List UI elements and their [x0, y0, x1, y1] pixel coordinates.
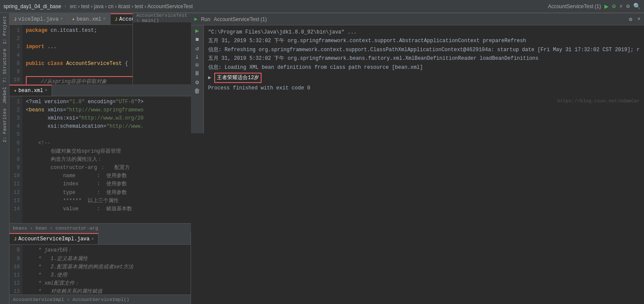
- run-stop-icon[interactable]: ■: [195, 36, 199, 43]
- java-icon: J: [14, 236, 17, 242]
- tab-label: viceImpl.java: [18, 16, 59, 22]
- run-output-line-5: 信息: Loading XML bean definitions from cl…: [208, 63, 640, 72]
- run-button[interactable]: ▶: [604, 2, 609, 11]
- xml-icon: ✦: [14, 88, 17, 93]
- tab-label: AccountServiceTest.java: [119, 16, 133, 22]
- left-sidebar: 1: Project 7: Structure JRebel 2: Favori…: [0, 13, 9, 304]
- run-rerun-icon[interactable]: ↺: [195, 45, 199, 52]
- run-output-line-3: 信息: Refreshing org.springframework.conte…: [208, 46, 640, 54]
- run-output-line-1: "C:\Program Files\Java\jdk1.8.0_92\bin\j…: [208, 28, 640, 37]
- title-path: src › test › java › cn › itcast › test ›…: [70, 3, 193, 9]
- run-config-label: AccountServiceTest (1): [548, 3, 601, 9]
- left-tab-bar: J viceImpl.java × ✦ bean.xml × J Account…: [9, 13, 132, 25]
- line-numbers-left: 1234891011121314151617: [9, 25, 22, 84]
- left-code-scroll[interactable]: 1234891011121314151617 package cn.itcast…: [9, 25, 132, 84]
- tab-viceimpl[interactable]: J viceImpl.java ×: [9, 13, 68, 25]
- right-tab-bar: J AccountServiceImpl.java ×: [9, 233, 191, 245]
- tab-label: bean.xml: [77, 16, 102, 22]
- editor-area: J viceImpl.java × ✦ bean.xml × J Account…: [9, 13, 191, 84]
- breadcrumb-text: AccountServiceTest › main(): [136, 13, 188, 23]
- close-icon[interactable]: ×: [103, 17, 105, 21]
- search-everywhere-icon[interactable]: 🔍: [633, 3, 641, 10]
- middle-code-content: <?xml version="1.0" encoding="UTF-8"?> <…: [22, 96, 191, 224]
- breadcrumb-text: AccountServiceImpl › AccountServiceImpl(…: [13, 297, 129, 302]
- main-layout: 1: Project 7: Structure JRebel 2: Favori…: [0, 13, 644, 304]
- tab-accountservicetest[interactable]: J AccountServiceTest.java ×: [111, 13, 133, 25]
- run-output-highlight: ▶ 王者荣耀适合12岁: [208, 73, 640, 83]
- debug-button[interactable]: ⚙: [612, 3, 616, 10]
- middle-tab-bar: ✦ bean.xml ×: [9, 84, 191, 96]
- center-content: J viceImpl.java × ✦ bean.xml × J Account…: [9, 13, 191, 304]
- right-editor-pane: J AccountServiceImpl.java × 891011121314…: [9, 233, 191, 304]
- title-bar-right: AccountServiceTest (1) ▶ ⚙ ⚡ ⊙ 🔍: [548, 2, 641, 11]
- run-output-line-2: 五月 31, 2019 5:32:02 下午 org.springframewo…: [208, 37, 640, 45]
- run-pause-icon[interactable]: ⏸: [194, 70, 200, 77]
- middle-code-area: 1234567891011121314 <?xml version="1.0" …: [9, 96, 191, 224]
- middle-editor-pane: ✦ bean.xml × 1234567891011121314 <?xml v…: [9, 84, 191, 233]
- tab-accountserviceimpl[interactable]: J AccountServiceImpl.java ×: [9, 233, 99, 244]
- title-project: spring_day1_04_di_base: [3, 3, 61, 9]
- tab-label: AccountServiceImpl.java: [18, 236, 90, 242]
- run-config-name: AccountServiceTest (1): [214, 16, 267, 22]
- app-window: spring_day1_04_di_base › src › test › ja…: [0, 0, 644, 304]
- left-code-content: package cn.itcast.test; import ... publi…: [22, 25, 132, 84]
- coverage-button[interactable]: ⚡: [619, 3, 622, 10]
- right-code-content: * java代码： * 1.定义基本属性 * 2.配置基本属性的构造或者set方…: [22, 245, 191, 295]
- line-numbers-middle: 1234567891011121314: [9, 96, 22, 224]
- run-play-icon[interactable]: ▶: [195, 27, 199, 34]
- close-icon[interactable]: ×: [45, 88, 47, 93]
- java-icon: J: [14, 17, 17, 22]
- run-label: Run: [201, 16, 210, 22]
- middle-breadcrumb: beans › bean › constructor-arg: [9, 223, 191, 233]
- tab-bean-xml-left[interactable]: ✦ bean.xml ×: [68, 13, 110, 25]
- left-editor-pane: J viceImpl.java × ✦ bean.xml × J Account…: [9, 13, 133, 84]
- sidebar-favorites[interactable]: 2: Favorites: [2, 107, 7, 144]
- run-watermark: https://blog.csun.net/AdamCar: [208, 97, 640, 105]
- xml-icon: ✦: [72, 16, 75, 22]
- run-output: "C:\Program Files\Java\jdk1.8.0_92\bin\j…: [204, 25, 644, 133]
- run-tab[interactable]: ▶: [194, 16, 197, 22]
- run-panel-content: ▶ ■ ↺ ⤓ ⊟ ⏸ ⚙ 🗑 "C:\Program Files\Java\j…: [191, 25, 644, 133]
- close-icon[interactable]: ×: [91, 237, 94, 242]
- sidebar-jrebel[interactable]: JRebel: [2, 86, 7, 105]
- run-close-icon[interactable]: 🗑: [194, 88, 200, 95]
- right-breadcrumb: AccountServiceImpl › AccountServiceImpl(…: [9, 295, 191, 304]
- java-icon: J: [115, 17, 118, 22]
- run-sidebar: ▶ ■ ↺ ⤓ ⊟ ⏸ ⚙ 🗑: [191, 25, 204, 133]
- run-settings-icon[interactable]: ⚙: [195, 79, 199, 86]
- run-scroll-icon[interactable]: ⤓: [195, 54, 199, 60]
- run-filter-icon[interactable]: ⊟: [196, 62, 199, 68]
- run-gear-icon[interactable]: ⚙: [629, 16, 632, 23]
- title-bar: spring_day1_04_di_base › src › test › ja…: [0, 0, 644, 13]
- left-breadcrumb: AccountServiceTest › main(): [133, 13, 191, 22]
- run-panel: ▶ Run AccountServiceTest (1) ⚙ × ▶ ■ ↺ ⤓…: [191, 13, 644, 133]
- highlight-output-text: 王者荣耀适合12岁: [214, 73, 262, 83]
- run-output-line-4: 五月 31, 2019 5:32:02 下午 org.springframewo…: [208, 54, 640, 63]
- close-run-icon[interactable]: ×: [638, 16, 641, 22]
- line-numbers-right: 89101112131415161718192021: [9, 245, 22, 295]
- tab-bean-xml-middle[interactable]: ✦ bean.xml ×: [9, 85, 52, 96]
- left-code-area: 1234891011121314151617 package cn.itcast…: [9, 25, 132, 84]
- exit-text: Process finished with exit code 0: [208, 85, 311, 91]
- close-icon[interactable]: ×: [60, 17, 63, 21]
- breadcrumb-text: beans › bean › constructor-arg: [13, 226, 98, 231]
- sidebar-structure[interactable]: 7: Structure: [2, 47, 7, 84]
- profile-button[interactable]: ⊙: [626, 3, 630, 10]
- run-panel-header: ▶ Run AccountServiceTest (1) ⚙ ×: [191, 13, 644, 25]
- run-exit-line: Process finished with exit code 0: [208, 84, 640, 92]
- right-code-scroll[interactable]: 89101112131415161718192021 * java代码： * 1…: [9, 245, 191, 295]
- middle-code-scroll[interactable]: 1234567891011121314 <?xml version="1.0" …: [9, 96, 191, 224]
- tab-label: bean.xml: [18, 88, 43, 94]
- sidebar-project[interactable]: 1: Project: [2, 15, 7, 46]
- right-code-area: 89101112131415161718192021 * java代码： * 1…: [9, 245, 191, 295]
